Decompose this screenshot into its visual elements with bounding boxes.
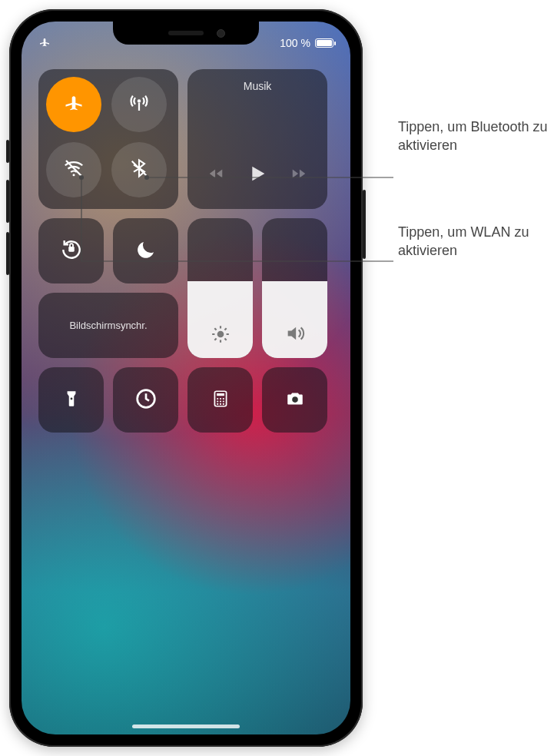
antenna-icon [128, 91, 151, 118]
music-widget[interactable]: Musik [187, 69, 327, 209]
svg-point-13 [222, 400, 224, 402]
svg-point-3 [217, 331, 224, 338]
callout-wlan: Tippen, um WLAN zu aktivieren [398, 223, 552, 260]
svg-point-17 [292, 396, 298, 403]
play-button[interactable] [245, 161, 270, 189]
orientation-lock-button[interactable] [38, 218, 104, 284]
orientation-lock-icon [59, 237, 84, 265]
svg-point-4 [70, 397, 72, 400]
svg-rect-2 [68, 247, 74, 252]
screen: 100 % [22, 22, 350, 734]
svg-point-11 [217, 400, 218, 402]
camera-icon [283, 389, 307, 412]
control-center: Musik [22, 22, 350, 734]
volume-down-button [6, 232, 9, 275]
calculator-button[interactable] [187, 367, 253, 433]
svg-point-10 [222, 397, 224, 399]
svg-point-8 [217, 397, 218, 399]
bluetooth-toggle[interactable] [111, 142, 167, 197]
connectivity-group[interactable] [38, 69, 178, 209]
volume-up-button [6, 180, 9, 223]
home-indicator[interactable] [132, 724, 240, 728]
wifi-off-icon [62, 157, 85, 183]
svg-point-14 [217, 403, 218, 404]
screen-mirroring-button[interactable]: Bildschirmsynchr. [38, 293, 178, 358]
calculator-icon [211, 387, 231, 413]
wifi-toggle[interactable] [46, 142, 101, 197]
previous-track-button[interactable] [206, 165, 226, 185]
battery-icon [315, 38, 333, 48]
volume-slider[interactable] [262, 218, 327, 358]
svg-point-12 [219, 400, 221, 402]
timer-icon [134, 386, 158, 414]
brightness-icon [211, 324, 231, 347]
next-track-button[interactable] [289, 165, 309, 185]
screen-mirroring-label: Bildschirmsynchr. [69, 320, 147, 331]
cellular-data-toggle[interactable] [111, 77, 167, 132]
airplane-icon [63, 92, 85, 117]
flashlight-icon [61, 387, 81, 413]
phone-frame: 100 % [9, 9, 363, 747]
airplane-status-icon [38, 36, 51, 51]
svg-point-1 [73, 174, 75, 176]
battery-percentage: 100 % [280, 37, 310, 49]
bluetooth-off-icon [128, 158, 150, 182]
flashlight-button[interactable] [38, 367, 104, 433]
timer-button[interactable] [113, 367, 178, 433]
side-button [363, 190, 366, 259]
camera-button[interactable] [262, 367, 327, 433]
svg-point-16 [222, 403, 224, 404]
music-title: Musik [244, 80, 272, 92]
svg-point-9 [219, 397, 221, 399]
do-not-disturb-button[interactable] [113, 218, 178, 284]
brightness-slider[interactable] [187, 218, 253, 358]
moon-icon [134, 238, 158, 264]
notch [113, 22, 259, 45]
svg-point-15 [219, 403, 221, 404]
svg-rect-7 [217, 393, 224, 395]
silent-switch [6, 140, 9, 163]
callout-bluetooth: Tippen, um Bluetooth zu aktivieren [398, 118, 552, 155]
svg-point-0 [138, 99, 141, 103]
volume-icon [284, 323, 306, 347]
airplane-mode-toggle[interactable] [46, 77, 101, 132]
